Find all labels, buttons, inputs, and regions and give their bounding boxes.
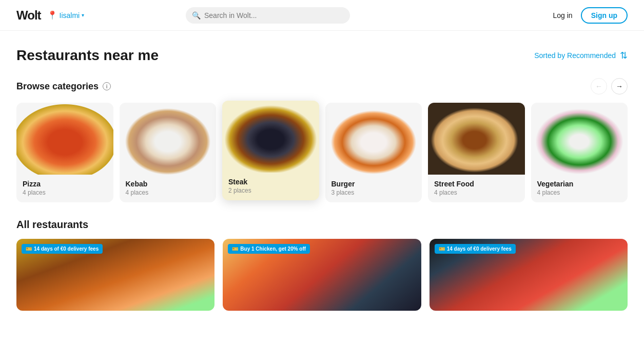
wolt-logo: Wolt — [16, 8, 41, 23]
restaurant-badge-1: 🎫 14 days of €0 delivery fees — [22, 244, 103, 254]
category-card-vegetarian[interactable]: Vegetarian 4 places — [531, 103, 628, 202]
restaurant-card-1[interactable]: 🎫 14 days of €0 delivery fees — [16, 239, 214, 311]
category-count-kebab: 4 places — [126, 189, 210, 196]
category-count-vegetarian: 4 places — [537, 189, 622, 196]
restaurant-image-3: 🎫 14 days of €0 delivery fees — [430, 239, 628, 311]
chevron-down-icon: ▾ — [82, 12, 84, 18]
badge-icon-3: 🎫 — [439, 246, 445, 252]
category-info-pizza: Pizza 4 places — [16, 175, 113, 202]
header: Wolt 📍 Iisalmi ▾ 🔍 Log in Sign up — [0, 0, 644, 31]
signup-button[interactable]: Sign up — [581, 7, 628, 24]
search-input[interactable] — [186, 7, 350, 24]
category-card-steak[interactable]: Steak 2 places — [222, 101, 319, 200]
login-button[interactable]: Log in — [553, 11, 573, 20]
categories-row: Pizza 4 places Kebab 4 places Steak 2 pl… — [16, 103, 628, 202]
category-card-street-food[interactable]: Street Food 4 places — [428, 103, 525, 202]
sort-icon: ⇅ — [620, 50, 628, 61]
all-restaurants-title: All restaurants — [16, 219, 628, 231]
category-count-steak: 2 places — [228, 187, 313, 194]
category-count-pizza: 4 places — [23, 189, 107, 196]
category-name-pizza: Pizza — [23, 180, 107, 188]
category-image-pizza — [16, 103, 113, 175]
category-info-steak: Steak 2 places — [222, 173, 319, 200]
restaurant-badge-3: 🎫 14 days of €0 delivery fees — [435, 244, 516, 254]
categories-title-text: Browse categories — [16, 81, 99, 92]
category-name-kebab: Kebab — [126, 180, 210, 188]
restaurants-row: 🎫 14 days of €0 delivery fees 🎫 Buy 1 Ch… — [16, 239, 628, 311]
restaurant-image-1: 🎫 14 days of €0 delivery fees — [16, 239, 214, 311]
category-info-burger: Burger 3 places — [325, 175, 422, 202]
category-card-kebab[interactable]: Kebab 4 places — [120, 103, 217, 202]
badge-icon-2: 🎫 — [232, 246, 238, 252]
category-name-vegetarian: Vegetarian — [537, 180, 622, 188]
category-prev-arrow[interactable]: ← — [591, 78, 607, 95]
category-info-vegetarian: Vegetarian 4 places — [531, 175, 628, 202]
category-image-steak — [222, 101, 319, 173]
category-nav-arrows: ← → — [591, 78, 628, 95]
header-actions: Log in Sign up — [553, 7, 628, 24]
category-info-street-food: Street Food 4 places — [428, 175, 525, 202]
badge-icon-1: 🎫 — [26, 246, 32, 252]
sort-control[interactable]: Sorted by Recommended ⇅ — [534, 50, 628, 61]
category-name-street-food: Street Food — [434, 180, 519, 188]
restaurant-image-2: 🎫 Buy 1 Chicken, get 20% off — [223, 239, 421, 311]
category-count-burger: 3 places — [331, 189, 416, 196]
restaurant-card-3[interactable]: 🎫 14 days of €0 delivery fees — [430, 239, 628, 311]
location-icon: 📍 — [47, 10, 57, 20]
category-image-burger — [325, 103, 422, 175]
categories-title: Browse categories i — [16, 81, 111, 92]
category-image-street-food — [428, 103, 525, 175]
location-button[interactable]: 📍 Iisalmi ▾ — [47, 10, 85, 20]
category-card-pizza[interactable]: Pizza 4 places — [16, 103, 113, 202]
sort-label: Sorted by Recommended — [534, 51, 616, 60]
categories-section-header: Browse categories i ← → — [16, 78, 628, 95]
category-next-arrow[interactable]: → — [611, 78, 628, 95]
category-name-burger: Burger — [331, 180, 416, 188]
search-bar: 🔍 — [186, 7, 350, 24]
category-info-kebab: Kebab 4 places — [120, 175, 217, 202]
category-name-steak: Steak — [228, 178, 313, 186]
search-icon: 🔍 — [192, 11, 201, 20]
main-content: Restaurants near me Sorted by Recommende… — [0, 31, 644, 311]
restaurant-card-2[interactable]: 🎫 Buy 1 Chicken, get 20% off — [223, 239, 421, 311]
page-title: Restaurants near me — [16, 47, 159, 64]
category-image-kebab — [120, 103, 217, 175]
info-icon[interactable]: i — [103, 82, 111, 90]
category-card-burger[interactable]: Burger 3 places — [325, 103, 422, 202]
category-image-vegetarian — [531, 103, 628, 175]
category-count-street-food: 4 places — [434, 189, 519, 196]
restaurant-badge-2: 🎫 Buy 1 Chicken, get 20% off — [228, 244, 310, 254]
page-title-row: Restaurants near me Sorted by Recommende… — [16, 47, 628, 64]
location-label: Iisalmi — [60, 11, 80, 20]
